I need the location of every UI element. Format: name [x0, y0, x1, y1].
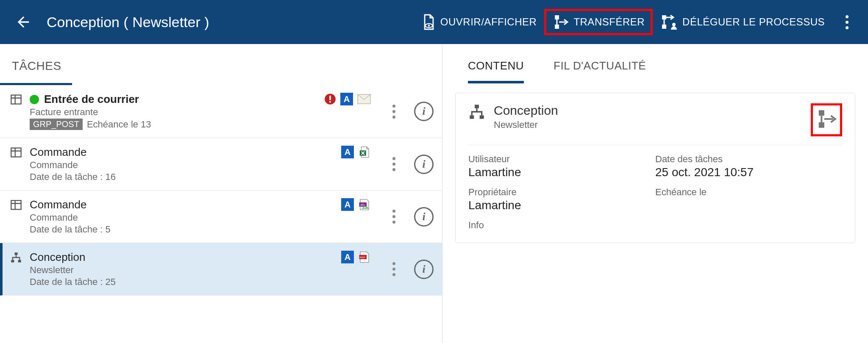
- info-label: Info: [468, 220, 842, 231]
- task-item[interactable]: Entrée de courrier Facture entrante GRP_…: [0, 85, 442, 138]
- user-value: Lamartine: [468, 166, 655, 179]
- task-title: Conception: [30, 251, 86, 264]
- svg-rect-18: [11, 260, 14, 263]
- forward-button[interactable]: [811, 103, 842, 136]
- back-button[interactable]: [13, 11, 34, 33]
- badge-a-icon: A: [341, 146, 354, 158]
- transfer-icon: [815, 108, 837, 130]
- detail-panel: CONTENU FIL D'ACTUALITÉ Conception Newsl…: [442, 44, 868, 343]
- open-view-button[interactable]: OUVRIR/AFFICHER: [414, 9, 545, 35]
- task-title: Commande: [30, 146, 86, 159]
- task-meta: Date de la tâche : 16: [30, 172, 116, 183]
- mail-icon: [357, 94, 371, 104]
- form-icon: [10, 147, 22, 158]
- task-meta: Date de la tâche : 25: [30, 277, 116, 288]
- form-icon: [10, 94, 22, 105]
- svg-rect-17: [15, 252, 18, 255]
- svg-rect-26: [819, 122, 824, 128]
- svg-rect-5: [662, 25, 666, 29]
- owner-label: Propriétaire: [468, 187, 655, 198]
- task-title: Commande: [30, 198, 86, 211]
- svg-rect-14: [11, 201, 21, 210]
- delegate-icon: [660, 14, 678, 30]
- jpg-file-icon: JPG: [358, 198, 371, 211]
- tasks-panel: TÂCHES Entrée de courrier Facture entran…: [0, 44, 442, 343]
- excel-file-icon: [358, 146, 371, 158]
- task-subtitle: Facture entrante: [30, 107, 320, 118]
- svg-rect-12: [11, 148, 21, 157]
- app-header: Conception ( Newsletter ) OUVRIR/AFFICHE…: [0, 0, 868, 44]
- task-item[interactable]: Commande Commande Date de la tâche : 5 A…: [0, 191, 442, 243]
- task-info-button[interactable]: i: [414, 207, 434, 227]
- task-info-button[interactable]: i: [414, 260, 434, 279]
- form-icon: [10, 199, 22, 211]
- task-subtitle: Commande: [30, 212, 337, 223]
- pdf-file-icon: PDF: [358, 251, 371, 263]
- svg-point-6: [672, 23, 676, 26]
- task-subtitle: Newsletter: [30, 265, 337, 276]
- task-more-button[interactable]: [385, 157, 402, 171]
- detail-subtitle: Newsletter: [494, 119, 558, 130]
- badge-a-icon: A: [341, 251, 354, 263]
- document-eye-icon: [422, 14, 436, 30]
- tasks-heading: TÂCHES: [0, 44, 442, 83]
- task-title: Entrée de courrier: [44, 93, 139, 106]
- tab-feed[interactable]: FIL D'ACTUALITÉ: [554, 59, 646, 83]
- svg-rect-2: [555, 15, 559, 19]
- svg-rect-24: [480, 115, 484, 119]
- transfer-icon: [552, 14, 569, 30]
- tab-content[interactable]: CONTENU: [468, 59, 524, 83]
- unread-dot-icon: [30, 95, 39, 104]
- badge-a-icon: A: [340, 93, 353, 105]
- svg-text:JPG: JPG: [360, 203, 365, 206]
- task-info-button[interactable]: i: [414, 155, 434, 174]
- svg-rect-4: [662, 15, 666, 19]
- detail-title: Conception: [494, 103, 558, 118]
- svg-rect-25: [819, 110, 824, 116]
- more-menu-button[interactable]: [838, 15, 855, 29]
- svg-rect-10: [329, 101, 331, 103]
- owner-value: Lamartine: [468, 199, 655, 212]
- svg-text:PDF: PDF: [360, 256, 365, 259]
- page-title: Conception ( Newsletter ): [47, 14, 209, 30]
- task-meta: Date de la tâche : 5: [30, 224, 111, 235]
- detail-card: Conception Newsletter Utilisateur: [455, 93, 855, 243]
- task-list: Entrée de courrier Facture entrante GRP_…: [0, 85, 442, 343]
- svg-rect-9: [329, 96, 331, 100]
- svg-point-1: [428, 25, 430, 27]
- task-meta: Echéance le 13: [87, 119, 151, 130]
- task-subtitle: Commande: [30, 160, 337, 171]
- workflow-icon: [10, 252, 22, 263]
- badge-a-icon: A: [341, 198, 354, 211]
- user-label: Utilisateur: [468, 154, 655, 165]
- transfer-label: TRANSFÉRER: [573, 16, 645, 28]
- task-item[interactable]: Conception Newsletter Date de la tâche :…: [0, 243, 442, 296]
- task-item[interactable]: Commande Commande Date de la tâche : 16 …: [0, 138, 442, 191]
- due-label: Echéance le: [655, 187, 842, 198]
- delegate-label: DÉLÉGUER LE PROCESSUS: [682, 16, 825, 28]
- arrow-left-icon: [15, 14, 32, 30]
- task-more-button[interactable]: [385, 262, 402, 276]
- workflow-icon: [468, 103, 485, 120]
- svg-rect-3: [555, 25, 559, 29]
- task-more-button[interactable]: [385, 210, 402, 224]
- open-view-label: OUVRIR/AFFICHER: [440, 16, 537, 28]
- task-date-label: Date des tâches: [655, 154, 842, 165]
- task-more-button[interactable]: [385, 105, 402, 119]
- task-date-value: 25 oct. 2021 10:57: [655, 166, 842, 179]
- transfer-button[interactable]: TRANSFÉRER: [544, 9, 653, 35]
- group-tag: GRP_POST: [30, 119, 83, 130]
- svg-rect-23: [470, 115, 474, 119]
- delegate-process-button[interactable]: DÉLÉGUER LE PROCESSUS: [653, 9, 832, 35]
- task-info-button[interactable]: i: [414, 102, 434, 121]
- svg-rect-19: [18, 260, 21, 263]
- svg-rect-7: [11, 95, 21, 104]
- alert-icon: [324, 93, 336, 105]
- svg-rect-22: [475, 105, 479, 108]
